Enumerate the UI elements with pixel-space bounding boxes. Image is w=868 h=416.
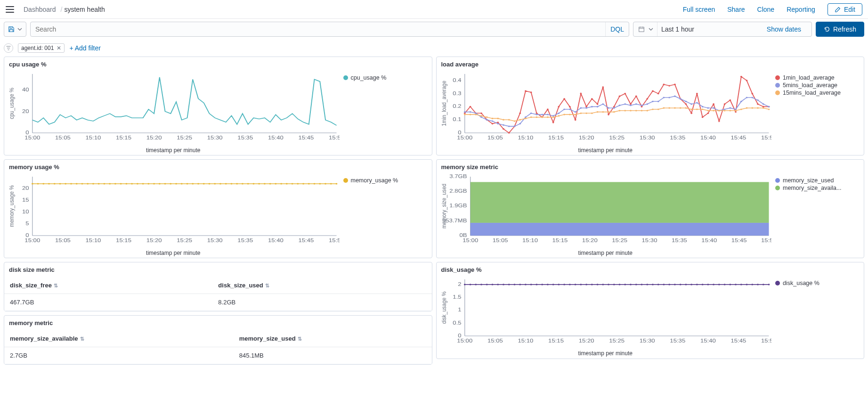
col-disk-free[interactable]: disk_size_free⇅: [4, 277, 212, 294]
panel-memory-usage: memory usage % 0510152015:0015:0515:1015…: [4, 159, 432, 258]
svg-point-340: [574, 284, 576, 285]
svg-text:15:00: 15:00: [457, 135, 472, 141]
svg-point-175: [608, 111, 609, 113]
svg-point-368: [729, 284, 731, 285]
svg-point-82: [713, 103, 714, 105]
svg-rect-299: [470, 223, 769, 236]
svg-point-107: [541, 114, 543, 115]
svg-point-247: [159, 183, 161, 184]
svg-point-235: [92, 183, 94, 184]
add-filter-button[interactable]: + Add filter: [69, 44, 101, 52]
filter-pill-agent-id[interactable]: agent.id: 001 ✕: [18, 43, 65, 53]
svg-point-372: [751, 284, 753, 285]
svg-point-347: [613, 284, 615, 285]
legend-item[interactable]: memory_size_availa...: [775, 185, 857, 191]
svg-point-239: [114, 183, 116, 184]
svg-point-358: [674, 284, 676, 285]
svg-point-329: [513, 284, 515, 285]
chart-memory-pct[interactable]: 0510152015:0015:0515:1015:1515:2015:2515…: [7, 174, 340, 256]
svg-point-225: [37, 183, 39, 184]
svg-point-101: [508, 126, 510, 127]
svg-text:15:30: 15:30: [207, 237, 223, 244]
svg-point-245: [147, 183, 149, 184]
legend-item[interactable]: 5mins_load_average: [775, 82, 857, 89]
share-link[interactable]: Share: [727, 6, 745, 13]
svg-text:15:40: 15:40: [700, 135, 715, 141]
edit-button[interactable]: Edit: [827, 3, 862, 16]
svg-point-346: [608, 284, 609, 285]
svg-point-273: [302, 183, 304, 184]
date-picker[interactable]: Last 1 hour Show dates: [633, 22, 812, 37]
svg-text:15:45: 15:45: [730, 338, 746, 344]
dql-toggle[interactable]: DQL: [605, 22, 629, 36]
svg-point-260: [231, 183, 233, 184]
col-mem-available[interactable]: memory_size_available⇅: [4, 330, 234, 347]
svg-rect-0: [639, 27, 644, 32]
svg-point-373: [757, 284, 759, 285]
search-input[interactable]: [31, 25, 605, 33]
close-icon[interactable]: ✕: [57, 45, 61, 51]
cell: 8.2GB: [212, 294, 431, 311]
svg-point-269: [280, 183, 282, 184]
legend-item[interactable]: memory_usage %: [343, 177, 425, 184]
filter-icon: [6, 45, 11, 51]
clone-link[interactable]: Clone: [757, 6, 775, 13]
chart-load[interactable]: 00.10.20.30.415:0015:0515:1015:1515:2015…: [439, 72, 772, 154]
svg-point-338: [563, 284, 565, 285]
chart-cpu[interactable]: 0204015:0015:0515:1015:1515:2015:2515:30…: [7, 72, 340, 154]
filter-settings-button[interactable]: [4, 43, 13, 53]
svg-text:15:40: 15:40: [700, 338, 715, 344]
legend-item[interactable]: 1min_load_average: [775, 74, 857, 81]
cell: 845.1MB: [234, 347, 432, 364]
legend-item[interactable]: disk_usage %: [775, 280, 857, 286]
svg-point-134: [690, 103, 692, 105]
svg-point-57: [574, 119, 576, 121]
svg-point-95: [475, 113, 477, 114]
svg-text:2.8GB: 2.8GB: [449, 188, 467, 194]
col-mem-used[interactable]: memory_size_used⇅: [234, 330, 432, 347]
svg-text:15:50: 15:50: [761, 338, 771, 344]
svg-point-342: [585, 284, 587, 285]
svg-point-320: [463, 284, 465, 285]
cell: 467.7GB: [4, 294, 212, 311]
svg-point-253: [192, 183, 194, 184]
col-disk-used[interactable]: disk_size_used⇅: [212, 277, 431, 294]
svg-point-60: [591, 98, 592, 99]
hamburger-menu-icon[interactable]: [6, 6, 14, 13]
svg-point-351: [635, 284, 637, 285]
svg-point-109: [552, 115, 554, 116]
saved-queries-button[interactable]: [4, 22, 26, 37]
calendar-icon: [638, 26, 645, 33]
refresh-button[interactable]: Refresh: [816, 22, 864, 37]
svg-point-272: [297, 183, 299, 184]
reporting-link[interactable]: Reporting: [787, 6, 815, 13]
svg-point-323: [480, 284, 482, 285]
svg-point-374: [762, 284, 764, 285]
svg-point-155: [497, 118, 499, 119]
panel-title: load average: [437, 57, 864, 72]
fullscreen-link[interactable]: Full screen: [683, 6, 715, 13]
svg-point-157: [508, 119, 510, 121]
show-dates-link[interactable]: Show dates: [761, 25, 807, 33]
panel-memory-table: memory metric memory_size_available⇅ mem…: [4, 315, 432, 365]
svg-point-182: [646, 110, 648, 111]
legend-item[interactable]: memory_size_used: [775, 177, 857, 184]
svg-point-325: [491, 284, 493, 285]
svg-point-366: [718, 284, 720, 285]
svg-point-123: [630, 105, 632, 106]
chart-disk-pct[interactable]: 00.511.5215:0015:0515:1015:1515:2015:251…: [439, 277, 772, 357]
svg-text:15:30: 15:30: [641, 237, 657, 244]
breadcrumb-sep: /: [61, 6, 63, 13]
legend-item[interactable]: 15mins_load_average: [775, 90, 857, 96]
svg-point-250: [175, 183, 177, 184]
svg-text:15:20: 15:20: [146, 135, 162, 141]
svg-point-203: [762, 107, 764, 109]
chart-memory-size[interactable]: 0B953.7MB1.9GB2.8GB3.7GB15:0015:0515:101…: [439, 174, 772, 256]
svg-point-78: [690, 113, 692, 114]
svg-point-249: [170, 183, 171, 184]
svg-point-114: [580, 107, 582, 109]
svg-point-152: [480, 115, 482, 116]
svg-point-62: [602, 86, 604, 88]
breadcrumb-parent[interactable]: Dashboard: [24, 6, 56, 13]
legend-item[interactable]: cpu_usage %: [343, 74, 425, 81]
